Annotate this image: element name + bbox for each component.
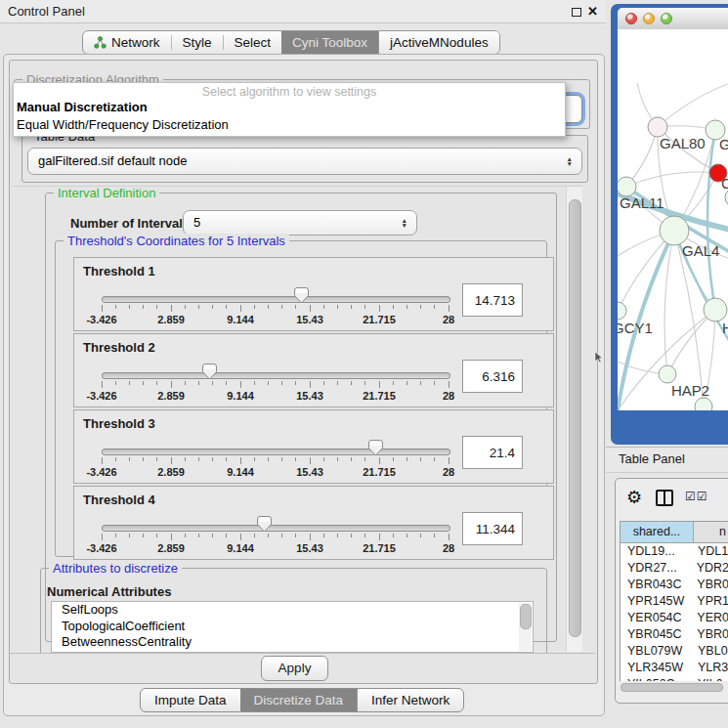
tick-mark bbox=[254, 381, 255, 385]
cell-name[interactable]: YIL0 bbox=[693, 676, 728, 681]
tab-infer-network[interactable]: Infer Network bbox=[357, 689, 463, 711]
threshold-value-box[interactable]: 21.4 bbox=[462, 436, 523, 469]
tick-mark bbox=[268, 457, 269, 461]
tick-label: 21.715 bbox=[363, 466, 396, 478]
close-traffic-light-icon[interactable] bbox=[625, 13, 637, 24]
tab-network[interactable]: Network bbox=[83, 31, 171, 54]
tick-mark bbox=[449, 534, 450, 540]
cell-shared-name[interactable]: YBR045C bbox=[621, 626, 692, 643]
column-header-shared-name[interactable]: shared... bbox=[621, 522, 694, 542]
scrollbar-thumb[interactable] bbox=[621, 683, 723, 692]
network-edge[interactable] bbox=[626, 172, 718, 187]
cell-shared-name[interactable]: YBR043C bbox=[621, 577, 692, 593]
cell-name[interactable]: YLR3 bbox=[693, 660, 728, 676]
cell-shared-name[interactable]: YDL19... bbox=[621, 543, 693, 560]
scrollbar-thumb[interactable] bbox=[569, 199, 581, 637]
cell-name[interactable]: YDL1 bbox=[693, 543, 728, 560]
algorithm-placeholder-option[interactable]: Select algorithm to view settings bbox=[14, 83, 565, 99]
tick-mark bbox=[310, 381, 311, 388]
minimize-traffic-light-icon[interactable] bbox=[643, 13, 655, 24]
numerical-attributes-list[interactable]: SelfLoops TopologicalCoefficient Between… bbox=[51, 601, 534, 653]
tick-mark bbox=[351, 534, 352, 537]
tick-mark bbox=[240, 305, 241, 312]
threshold-slider-thumb[interactable] bbox=[294, 287, 309, 304]
table-horizontal-scrollbar[interactable] bbox=[620, 682, 728, 691]
cell-name[interactable]: YDR2 bbox=[692, 560, 728, 577]
tick-mark bbox=[198, 305, 199, 309]
column-header-name[interactable]: n bbox=[694, 522, 728, 542]
threshold-slider-track[interactable] bbox=[102, 525, 450, 532]
network-node-gal80[interactable] bbox=[648, 117, 667, 137]
threshold-slider-track[interactable] bbox=[102, 449, 450, 455]
cell-name[interactable]: YBL0 bbox=[693, 643, 728, 660]
tick-mark bbox=[102, 381, 103, 388]
table-row[interactable]: YIL052CYIL0 bbox=[621, 676, 728, 681]
cell-name[interactable]: YBR0 bbox=[692, 577, 728, 593]
tab-discretize-data[interactable]: Discretize Data bbox=[240, 689, 358, 711]
table-row[interactable]: YBL079WYBL0 bbox=[621, 643, 728, 660]
cell-shared-name[interactable]: YPR145W bbox=[621, 593, 692, 610]
network-node-hap2[interactable] bbox=[659, 365, 676, 383]
close-icon[interactable]: ✕ bbox=[587, 4, 598, 19]
tick-mark bbox=[268, 534, 269, 537]
network-node[interactable] bbox=[695, 398, 712, 410]
option-manual-discretization[interactable]: Manual Discretization bbox=[14, 99, 565, 116]
threshold-panel-3: Threshold 3-3.4262.8599.14415.4321.71528… bbox=[73, 409, 554, 484]
cell-shared-name[interactable]: YDR27... bbox=[621, 560, 692, 577]
table-row[interactable]: YDL19...YDL1 bbox=[621, 543, 728, 560]
table-data-combobox[interactable]: galFiltered.sif default node ▲▼ bbox=[27, 148, 582, 175]
table-row[interactable]: YLR345WYLR3 bbox=[621, 660, 728, 676]
tick-mark bbox=[407, 305, 407, 309]
cell-shared-name[interactable]: YBL079W bbox=[621, 643, 693, 660]
float-window-icon[interactable] bbox=[572, 8, 581, 17]
tab-style[interactable]: Style bbox=[172, 31, 223, 54]
option-equal-width-frequency[interactable]: Equal Width/Frequency Discretization bbox=[14, 116, 565, 134]
threshold-slider-thumb[interactable] bbox=[202, 364, 217, 380]
attributes-list-scrollbar[interactable] bbox=[519, 603, 532, 651]
settings-scrollbar[interactable] bbox=[566, 187, 582, 652]
tick-label: 15.43 bbox=[296, 390, 323, 402]
network-node-gal11[interactable] bbox=[618, 177, 636, 196]
gear-icon[interactable]: ⚙ bbox=[626, 487, 642, 508]
select-columns-icon[interactable]: ☑☑ bbox=[685, 490, 708, 503]
tab-jactivemnodules[interactable]: jActiveMNodules bbox=[378, 31, 499, 54]
table-body: YDL19...YDL1YDR27...YDR2YBR043CYBR0YPR14… bbox=[620, 543, 728, 681]
list-item[interactable]: SelfLoops bbox=[52, 602, 533, 619]
threshold-slider-track[interactable] bbox=[102, 296, 450, 303]
threshold-value-box[interactable]: 14.713 bbox=[462, 283, 523, 317]
split-view-icon[interactable] bbox=[656, 490, 673, 506]
cell-name[interactable]: YER0 bbox=[692, 610, 728, 626]
tab-select[interactable]: Select bbox=[224, 31, 282, 54]
scrollbar-thumb[interactable] bbox=[520, 604, 532, 629]
cell-shared-name[interactable]: YIL052C bbox=[621, 676, 693, 681]
threshold-slider-thumb[interactable] bbox=[368, 440, 383, 456]
tick-mark bbox=[337, 381, 338, 385]
table-row[interactable]: YDR27...YDR2 bbox=[621, 560, 728, 577]
network-node-h[interactable] bbox=[704, 298, 727, 321]
tick-mark bbox=[379, 534, 380, 540]
cell-name[interactable]: YBR0 bbox=[692, 626, 728, 643]
zoom-traffic-light-icon[interactable] bbox=[661, 13, 672, 24]
threshold-value-box[interactable]: 6.316 bbox=[462, 360, 523, 393]
list-item[interactable]: BetweennessCentrality bbox=[52, 634, 533, 651]
network-canvas[interactable]: GAL80GACGAL11GAL4HGCY1HAP2 bbox=[618, 29, 728, 410]
tick-mark bbox=[226, 457, 227, 461]
apply-button[interactable]: Apply bbox=[261, 656, 328, 681]
table-row[interactable]: YER054CYER0 bbox=[621, 610, 728, 626]
network-node-gcy1[interactable] bbox=[618, 302, 626, 320]
network-node-gal4[interactable] bbox=[660, 216, 689, 245]
list-item[interactable]: TopologicalCoefficient bbox=[52, 619, 533, 635]
tab-cyni-toolbox[interactable]: Cyni Toolbox bbox=[281, 31, 378, 54]
tab-impute-data[interactable]: Impute Data bbox=[141, 689, 240, 711]
tick-mark bbox=[393, 305, 394, 309]
threshold-slider-track[interactable] bbox=[102, 372, 450, 379]
cell-shared-name[interactable]: YER054C bbox=[621, 610, 692, 626]
table-row[interactable]: YBR043CYBR0 bbox=[621, 577, 728, 593]
table-row[interactable]: YPR145WYPR1 bbox=[621, 593, 728, 610]
cell-name[interactable]: YPR1 bbox=[692, 593, 728, 610]
number-of-intervals-combobox[interactable]: 5 ▲▼ bbox=[183, 210, 417, 236]
cell-shared-name[interactable]: YLR345W bbox=[621, 660, 693, 676]
threshold-slider-thumb[interactable] bbox=[257, 516, 272, 533]
table-row[interactable]: YBR045CYBR0 bbox=[621, 626, 728, 643]
threshold-value-box[interactable]: 11.344 bbox=[462, 512, 523, 545]
